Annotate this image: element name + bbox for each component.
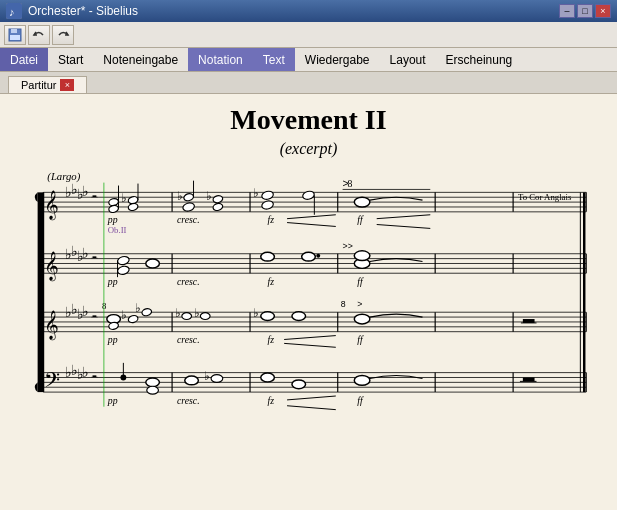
svg-text:cresc.: cresc. — [177, 276, 200, 287]
svg-text:fz: fz — [268, 395, 275, 406]
svg-text:ff: ff — [357, 334, 364, 345]
svg-point-83 — [302, 252, 316, 261]
menu-wiedergabe[interactable]: Wiedergabe — [295, 48, 380, 71]
menu-erscheinung[interactable]: Erscheinung — [436, 48, 523, 71]
svg-text:8: 8 — [102, 301, 107, 311]
close-button[interactable]: × — [595, 4, 611, 18]
svg-point-79 — [146, 259, 160, 268]
svg-line-55 — [377, 215, 431, 219]
svg-text:♭: ♭ — [135, 301, 141, 314]
svg-line-48 — [287, 215, 336, 219]
svg-line-49 — [287, 223, 336, 227]
svg-point-25 — [128, 202, 139, 211]
menu-datei[interactable]: Datei — [0, 48, 48, 71]
svg-text:♭: ♭ — [206, 189, 212, 202]
svg-point-44 — [261, 200, 274, 211]
svg-line-162 — [287, 396, 336, 400]
maximize-button[interactable]: □ — [577, 4, 593, 18]
tab-partitur-label: Partitur — [21, 79, 56, 91]
svg-text:cresc.: cresc. — [177, 395, 200, 406]
svg-text:(Largo): (Largo) — [47, 170, 80, 183]
svg-line-56 — [377, 225, 431, 229]
tab-bar: Partitur × — [0, 72, 617, 94]
menu-text[interactable]: Text — [253, 48, 295, 71]
svg-point-158 — [211, 375, 223, 383]
svg-point-82 — [261, 252, 275, 261]
svg-text:♪: ♪ — [9, 6, 15, 18]
svg-text:>>: >> — [343, 241, 353, 251]
svg-text:8: 8 — [341, 299, 346, 309]
window-controls[interactable]: – □ × — [559, 4, 611, 18]
menu-bar: Datei Start Noteneingabe Notation Text W… — [0, 48, 617, 72]
menu-layout[interactable]: Layout — [380, 48, 436, 71]
svg-rect-169 — [38, 192, 44, 392]
title-bar: ♪ Orchester* - Sibelius – □ × — [0, 0, 617, 22]
svg-point-159 — [261, 373, 275, 382]
menu-start[interactable]: Start — [48, 48, 93, 71]
svg-text:ff: ff — [357, 395, 364, 406]
svg-text:cresc.: cresc. — [177, 334, 200, 345]
window-title: Orchester* - Sibelius — [28, 4, 559, 18]
svg-rect-166 — [523, 377, 535, 381]
svg-text:pp: pp — [107, 334, 118, 345]
svg-text:♭: ♭ — [253, 186, 259, 199]
svg-rect-4 — [10, 35, 20, 40]
svg-point-37 — [182, 202, 195, 213]
svg-line-163 — [287, 406, 336, 410]
svg-text:>: > — [357, 299, 362, 309]
svg-point-53 — [354, 197, 370, 207]
menu-notation[interactable]: Notation — [188, 48, 253, 71]
svg-point-122 — [261, 312, 275, 321]
svg-point-123 — [292, 312, 306, 321]
save-button[interactable] — [4, 25, 26, 45]
svg-text:♭: ♭ — [82, 246, 89, 261]
redo-button[interactable] — [52, 25, 74, 45]
tab-close-button[interactable]: × — [60, 79, 74, 91]
svg-text:Ob.II: Ob.II — [108, 225, 127, 235]
svg-point-35 — [183, 193, 194, 202]
minimize-button[interactable]: – — [559, 4, 575, 18]
svg-text:♭: ♭ — [82, 304, 89, 319]
svg-rect-131 — [523, 319, 535, 323]
svg-text:♭: ♭ — [121, 191, 127, 204]
svg-text:pp: pp — [107, 214, 118, 225]
svg-text:♭: ♭ — [177, 189, 183, 202]
svg-text:8: 8 — [347, 178, 352, 189]
svg-point-43 — [261, 190, 274, 201]
svg-point-160 — [292, 380, 306, 389]
svg-line-125 — [284, 336, 336, 340]
svg-point-117 — [182, 313, 192, 320]
tab-partitur[interactable]: Partitur × — [8, 76, 87, 93]
music-score: .staff-line { stroke: #000; stroke-width… — [0, 168, 617, 510]
toolbar — [0, 22, 617, 48]
svg-text:♭: ♭ — [194, 306, 200, 319]
svg-text:♭: ♭ — [121, 308, 127, 321]
score-area: Movement II (excerpt) .staff-line { stro… — [0, 94, 617, 510]
svg-point-76 — [117, 255, 130, 266]
svg-text:ff: ff — [357, 276, 364, 287]
svg-point-45 — [302, 190, 315, 201]
svg-point-129 — [354, 314, 370, 324]
svg-text:𝄢: 𝄢 — [44, 368, 60, 396]
app-icon: ♪ — [6, 3, 22, 19]
svg-rect-3 — [11, 29, 17, 33]
svg-text:♭: ♭ — [175, 306, 181, 319]
menu-noteneingabe[interactable]: Noteneingabe — [93, 48, 188, 71]
svg-text:fz: fz — [268, 276, 275, 287]
svg-text:𝄞: 𝄞 — [44, 190, 59, 221]
svg-text:pp: pp — [107, 395, 118, 406]
svg-text:♭: ♭ — [82, 184, 89, 199]
svg-text:pp: pp — [107, 276, 118, 287]
svg-text:♭: ♭ — [253, 306, 259, 319]
svg-point-119 — [200, 313, 210, 320]
score-subtitle: (excerpt) — [20, 140, 597, 158]
undo-button[interactable] — [28, 25, 50, 45]
svg-point-114 — [141, 308, 152, 317]
score-title: Movement II — [20, 104, 597, 136]
svg-text:♭: ♭ — [204, 369, 210, 382]
svg-line-126 — [284, 343, 336, 347]
svg-point-88 — [354, 251, 370, 261]
svg-text:cresc.: cresc. — [177, 214, 200, 225]
svg-point-164 — [354, 376, 370, 386]
svg-text:fz: fz — [268, 214, 275, 225]
